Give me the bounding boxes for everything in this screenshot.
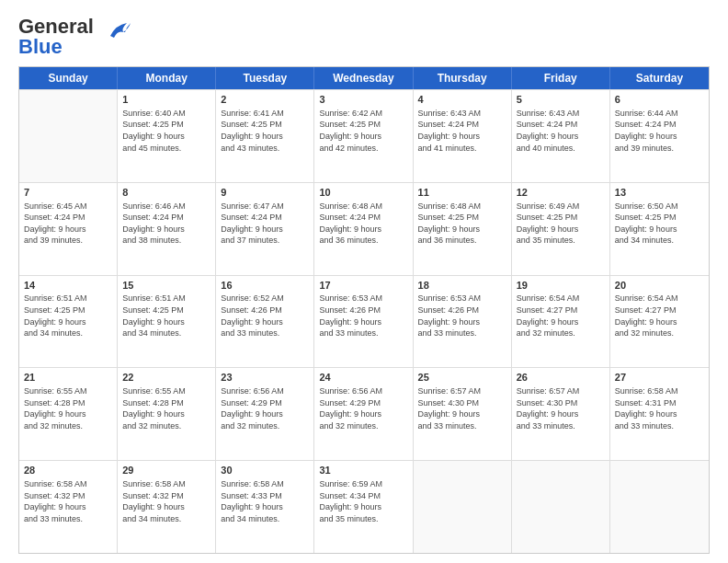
day-info: Sunrise: 6:43 AMSunset: 4:24 PMDaylight:… — [517, 108, 605, 154]
day-info: Sunrise: 6:54 AMSunset: 4:27 PMDaylight:… — [517, 293, 605, 339]
weekday-header-sunday: Sunday — [19, 67, 118, 89]
calendar-day-empty — [610, 461, 709, 553]
day-number: 15 — [122, 279, 210, 293]
calendar-day-29: 29Sunrise: 6:58 AMSunset: 4:32 PMDayligh… — [118, 461, 216, 553]
logo-text: General Blue — [18, 17, 94, 57]
calendar-day-31: 31Sunrise: 6:59 AMSunset: 4:34 PMDayligh… — [314, 461, 413, 553]
day-info: Sunrise: 6:55 AMSunset: 4:28 PMDaylight:… — [122, 385, 210, 431]
calendar-day-1: 1Sunrise: 6:40 AMSunset: 4:25 PMDaylight… — [118, 90, 216, 182]
calendar-day-16: 16Sunrise: 6:52 AMSunset: 4:26 PMDayligh… — [216, 276, 314, 368]
calendar-day-26: 26Sunrise: 6:57 AMSunset: 4:30 PMDayligh… — [512, 368, 610, 460]
calendar-day-4: 4Sunrise: 6:43 AMSunset: 4:24 PMDaylight… — [414, 90, 512, 182]
calendar-day-22: 22Sunrise: 6:55 AMSunset: 4:28 PMDayligh… — [118, 368, 216, 460]
day-number: 22 — [122, 371, 210, 385]
calendar-day-24: 24Sunrise: 6:56 AMSunset: 4:29 PMDayligh… — [314, 368, 413, 460]
day-number: 27 — [615, 371, 704, 385]
day-info: Sunrise: 6:57 AMSunset: 4:30 PMDaylight:… — [418, 385, 506, 431]
weekday-header-wednesday: Wednesday — [314, 67, 413, 89]
day-info: Sunrise: 6:52 AMSunset: 4:26 PMDaylight:… — [221, 293, 309, 339]
calendar-day-17: 17Sunrise: 6:53 AMSunset: 4:26 PMDayligh… — [314, 276, 413, 368]
day-info: Sunrise: 6:58 AMSunset: 4:32 PMDaylight:… — [122, 478, 210, 524]
calendar-day-11: 11Sunrise: 6:48 AMSunset: 4:25 PMDayligh… — [414, 183, 512, 275]
calendar-day-27: 27Sunrise: 6:58 AMSunset: 4:31 PMDayligh… — [610, 368, 709, 460]
day-info: Sunrise: 6:42 AMSunset: 4:25 PMDaylight:… — [319, 108, 407, 154]
calendar-day-10: 10Sunrise: 6:48 AMSunset: 4:24 PMDayligh… — [314, 183, 413, 275]
day-number: 30 — [221, 464, 309, 477]
day-number: 6 — [615, 93, 704, 107]
day-number: 31 — [319, 464, 407, 477]
calendar-day-15: 15Sunrise: 6:51 AMSunset: 4:25 PMDayligh… — [118, 276, 216, 368]
day-info: Sunrise: 6:51 AMSunset: 4:25 PMDaylight:… — [24, 293, 112, 339]
day-number: 2 — [221, 93, 309, 107]
day-info: Sunrise: 6:56 AMSunset: 4:29 PMDaylight:… — [319, 385, 407, 431]
day-number: 12 — [517, 186, 605, 200]
day-info: Sunrise: 6:56 AMSunset: 4:29 PMDaylight:… — [221, 385, 309, 431]
weekday-header-monday: Monday — [118, 67, 216, 89]
day-number: 11 — [418, 186, 506, 200]
calendar: SundayMondayTuesdayWednesdayThursdayFrid… — [18, 66, 710, 554]
calendar-day-25: 25Sunrise: 6:57 AMSunset: 4:30 PMDayligh… — [414, 368, 512, 460]
calendar-day-21: 21Sunrise: 6:55 AMSunset: 4:28 PMDayligh… — [19, 368, 118, 460]
day-info: Sunrise: 6:49 AMSunset: 4:25 PMDaylight:… — [517, 201, 605, 247]
day-info: Sunrise: 6:58 AMSunset: 4:33 PMDaylight:… — [221, 478, 309, 524]
calendar-row-5: 28Sunrise: 6:58 AMSunset: 4:32 PMDayligh… — [19, 460, 709, 553]
weekday-header-thursday: Thursday — [414, 67, 512, 89]
day-info: Sunrise: 6:53 AMSunset: 4:26 PMDaylight:… — [418, 293, 506, 339]
calendar-day-6: 6Sunrise: 6:44 AMSunset: 4:24 PMDaylight… — [610, 90, 709, 182]
day-info: Sunrise: 6:44 AMSunset: 4:24 PMDaylight:… — [615, 108, 704, 154]
calendar-header: SundayMondayTuesdayWednesdayThursdayFrid… — [19, 67, 709, 89]
day-number: 14 — [24, 279, 112, 293]
day-number: 17 — [319, 279, 407, 293]
calendar-day-28: 28Sunrise: 6:58 AMSunset: 4:32 PMDayligh… — [19, 461, 118, 553]
day-info: Sunrise: 6:53 AMSunset: 4:26 PMDaylight:… — [319, 293, 407, 339]
calendar-day-empty — [414, 461, 512, 553]
day-number: 26 — [517, 371, 605, 385]
day-number: 4 — [418, 93, 506, 107]
day-number: 25 — [418, 371, 506, 385]
day-number: 9 — [221, 186, 309, 200]
calendar-row-1: 1Sunrise: 6:40 AMSunset: 4:25 PMDaylight… — [19, 89, 709, 182]
day-info: Sunrise: 6:40 AMSunset: 4:25 PMDaylight:… — [122, 108, 210, 154]
day-info: Sunrise: 6:50 AMSunset: 4:25 PMDaylight:… — [615, 201, 704, 247]
calendar-day-8: 8Sunrise: 6:46 AMSunset: 4:24 PMDaylight… — [118, 183, 216, 275]
day-info: Sunrise: 6:41 AMSunset: 4:25 PMDaylight:… — [221, 108, 309, 154]
weekday-header-friday: Friday — [512, 67, 610, 89]
logo-bird-icon — [101, 19, 131, 45]
day-info: Sunrise: 6:54 AMSunset: 4:27 PMDaylight:… — [615, 293, 704, 339]
calendar-day-18: 18Sunrise: 6:53 AMSunset: 4:26 PMDayligh… — [414, 276, 512, 368]
calendar-day-5: 5Sunrise: 6:43 AMSunset: 4:24 PMDaylight… — [512, 90, 610, 182]
day-number: 13 — [615, 186, 704, 200]
calendar-row-3: 14Sunrise: 6:51 AMSunset: 4:25 PMDayligh… — [19, 275, 709, 368]
calendar-day-23: 23Sunrise: 6:56 AMSunset: 4:29 PMDayligh… — [216, 368, 314, 460]
day-number: 21 — [24, 371, 112, 385]
calendar-body: 1Sunrise: 6:40 AMSunset: 4:25 PMDaylight… — [19, 89, 709, 553]
day-info: Sunrise: 6:43 AMSunset: 4:24 PMDaylight:… — [418, 108, 506, 154]
calendar-day-9: 9Sunrise: 6:47 AMSunset: 4:24 PMDaylight… — [216, 183, 314, 275]
day-info: Sunrise: 6:45 AMSunset: 4:24 PMDaylight:… — [24, 201, 112, 247]
day-number: 28 — [24, 464, 112, 477]
day-number: 23 — [221, 371, 309, 385]
day-info: Sunrise: 6:46 AMSunset: 4:24 PMDaylight:… — [122, 201, 210, 247]
page-header: General Blue — [18, 17, 710, 57]
calendar-day-2: 2Sunrise: 6:41 AMSunset: 4:25 PMDaylight… — [216, 90, 314, 182]
calendar-row-4: 21Sunrise: 6:55 AMSunset: 4:28 PMDayligh… — [19, 367, 709, 460]
day-number: 18 — [418, 279, 506, 293]
calendar-day-12: 12Sunrise: 6:49 AMSunset: 4:25 PMDayligh… — [512, 183, 610, 275]
weekday-header-tuesday: Tuesday — [216, 67, 314, 89]
calendar-day-empty — [512, 461, 610, 553]
day-info: Sunrise: 6:59 AMSunset: 4:34 PMDaylight:… — [319, 478, 407, 524]
day-number: 24 — [319, 371, 407, 385]
day-info: Sunrise: 6:51 AMSunset: 4:25 PMDaylight:… — [122, 293, 210, 339]
day-info: Sunrise: 6:58 AMSunset: 4:32 PMDaylight:… — [24, 478, 112, 524]
day-number: 3 — [319, 93, 407, 107]
calendar-row-2: 7Sunrise: 6:45 AMSunset: 4:24 PMDaylight… — [19, 182, 709, 275]
day-number: 8 — [122, 186, 210, 200]
day-info: Sunrise: 6:57 AMSunset: 4:30 PMDaylight:… — [517, 385, 605, 431]
day-number: 16 — [221, 279, 309, 293]
calendar-day-30: 30Sunrise: 6:58 AMSunset: 4:33 PMDayligh… — [216, 461, 314, 553]
day-number: 5 — [517, 93, 605, 107]
calendar-day-empty — [19, 90, 118, 182]
calendar-day-13: 13Sunrise: 6:50 AMSunset: 4:25 PMDayligh… — [610, 183, 709, 275]
day-info: Sunrise: 6:48 AMSunset: 4:24 PMDaylight:… — [319, 201, 407, 247]
weekday-header-saturday: Saturday — [610, 67, 709, 89]
